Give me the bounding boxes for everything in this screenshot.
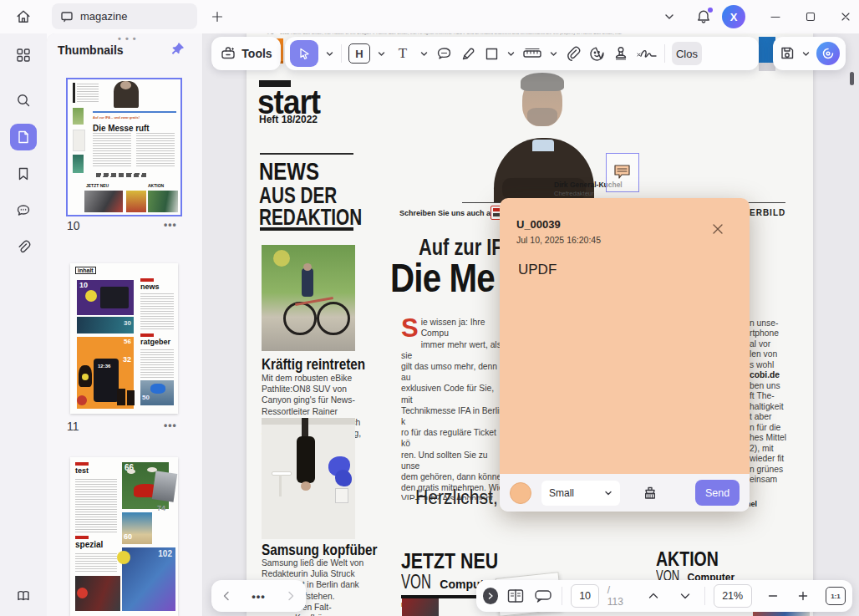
measure-tool-button[interactable] [522, 45, 542, 62]
thumbnail-menu-11[interactable]: ••• [164, 420, 177, 431]
note-body: U_00039 Jul 10, 2025 16:20:45 UPDF [500, 198, 750, 474]
actual-size-button[interactable]: 1:1 [826, 587, 846, 605]
thumbnail-page-10[interactable]: Auf zur IFA – und zwar gratis! Die Messe… [66, 78, 182, 216]
close-annotate-button[interactable]: Clos [672, 42, 702, 65]
note-content[interactable]: UPDF [518, 262, 557, 278]
next-icon[interactable] [285, 590, 297, 602]
tab-title: magazine [80, 10, 127, 23]
shape-tool-button[interactable] [484, 46, 500, 62]
note-author: U_00039 [516, 218, 561, 231]
maximize-icon [805, 11, 816, 23]
ai-assistant-button[interactable] [816, 42, 840, 65]
avatar-initial: X [730, 11, 738, 23]
send-note-button[interactable]: Send [695, 480, 740, 506]
notifications-button[interactable] [690, 3, 717, 30]
page-icon [15, 129, 32, 145]
news-rule-bottom [260, 227, 353, 231]
clear-note-button[interactable] [642, 485, 658, 501]
titlebar-menu-button[interactable] [656, 3, 683, 30]
note-tool-button[interactable] [435, 45, 453, 63]
signature-tool-button[interactable] [636, 45, 658, 62]
note-close-button[interactable] [710, 221, 729, 240]
panel-title: Thumbnails [58, 43, 124, 57]
note-size-value: Small [549, 487, 574, 499]
zoom-out-button[interactable] [767, 590, 779, 602]
stamp-tool-button[interactable] [612, 45, 629, 62]
bike-photo [262, 245, 355, 351]
cover-strip-left [402, 598, 439, 616]
status-bar: 10 / 113 21% 1:1 [476, 580, 852, 612]
save-chevron[interactable] [801, 49, 811, 59]
maximize-button[interactable] [797, 3, 824, 30]
annotation-toolbar: H T Clos [285, 37, 759, 70]
shape-tool-chevron[interactable] [506, 49, 516, 59]
thumbnails-panel-button[interactable] [10, 124, 37, 150]
pen-tool-button[interactable] [460, 45, 477, 63]
attachment-tool-button[interactable] [565, 45, 582, 62]
panel-drag-handle[interactable]: • • • [118, 33, 137, 43]
close-icon [840, 11, 851, 23]
note-size-select[interactable]: Small [541, 481, 620, 506]
tools-chip[interactable]: Tools [211, 37, 281, 70]
close-window-button[interactable] [832, 3, 859, 30]
select-tool-chevron[interactable] [325, 49, 334, 59]
attachments-button[interactable] [10, 234, 37, 261]
save-button[interactable] [779, 45, 795, 62]
left-rail [0, 33, 47, 616]
zoom-level-input[interactable]: 21% [714, 584, 752, 608]
bookmark-icon [15, 165, 32, 182]
page-layout-button[interactable] [506, 588, 525, 604]
sticky-note-popup: U_00039 Jul 10, 2025 16:20:45 UPDF Small… [500, 198, 750, 512]
pin-button[interactable] [170, 42, 185, 56]
thumbnail-page-11[interactable]: inhalt 10 30 56 32 12:36 [70, 263, 178, 414]
measure-tool-chevron[interactable] [549, 49, 558, 59]
previous-page-button[interactable] [648, 590, 659, 602]
chevron-down-icon [663, 11, 675, 23]
write-us-label: Schreiben Sie uns auch auf: [399, 209, 501, 217]
page-number-input[interactable]: 10 [571, 584, 598, 608]
heading-tool-chevron[interactable] [377, 49, 386, 59]
collapse-statusbar-button[interactable] [483, 588, 498, 604]
bookmarks-button[interactable] [10, 160, 37, 187]
heading-tool-button[interactable]: H [348, 43, 370, 64]
story2-title: Samsung kopfüber [262, 542, 398, 559]
reader-mode-button[interactable] [10, 583, 37, 609]
thumb2-n10: 10 [79, 281, 88, 289]
minimize-button[interactable] [762, 3, 789, 30]
article-body-right: n unse- rtphone al vor len von s wohl co… [750, 308, 793, 483]
thumbnail-label-10: 10 [67, 219, 80, 232]
thumbnail-menu-10[interactable]: ••• [164, 219, 177, 231]
thumb2-s2: ratgeber [140, 338, 170, 346]
user-avatar[interactable]: X [722, 5, 745, 28]
updf-window: magazine X [0, 0, 859, 616]
select-tool-button[interactable] [290, 40, 318, 67]
note-footer: Small Send [500, 474, 750, 512]
zoom-in-button[interactable] [797, 590, 809, 602]
home-button[interactable] [10, 3, 37, 30]
search-icon [15, 92, 32, 109]
story1-title: Kräftig reintreten [262, 356, 384, 374]
statusbar-separator [562, 587, 562, 605]
new-tab-button[interactable] [204, 3, 231, 30]
thumbnail-page-12[interactable]: test spezial 66 74 [70, 457, 178, 616]
prev-icon[interactable] [221, 590, 232, 602]
more-pages-button[interactable]: ••• [252, 590, 266, 603]
toolbox-icon [220, 45, 236, 62]
text-tool-chevron[interactable] [419, 49, 429, 59]
app-grid-button[interactable] [10, 42, 37, 69]
thumb3-s1: test [75, 466, 89, 475]
annotation-mode-button[interactable] [533, 588, 553, 604]
home-icon [15, 8, 32, 25]
sticker-tool-button[interactable] [588, 45, 606, 63]
search-button[interactable] [10, 87, 37, 114]
thumb3-n74: 74 [157, 504, 165, 512]
vertical-scrollbar-thumb[interactable] [850, 72, 854, 85]
next-page-button[interactable] [679, 590, 691, 602]
document-tab[interactable]: magazine [52, 3, 197, 29]
comment-marker[interactable] [606, 153, 639, 192]
note-color-swatch[interactable] [510, 482, 531, 504]
comments-button[interactable] [10, 197, 37, 224]
text-tool-button[interactable]: T [393, 43, 413, 64]
tab-document-icon [60, 10, 74, 23]
thumbnail-page-preview: inhalt 10 30 56 32 12:36 [70, 263, 178, 414]
